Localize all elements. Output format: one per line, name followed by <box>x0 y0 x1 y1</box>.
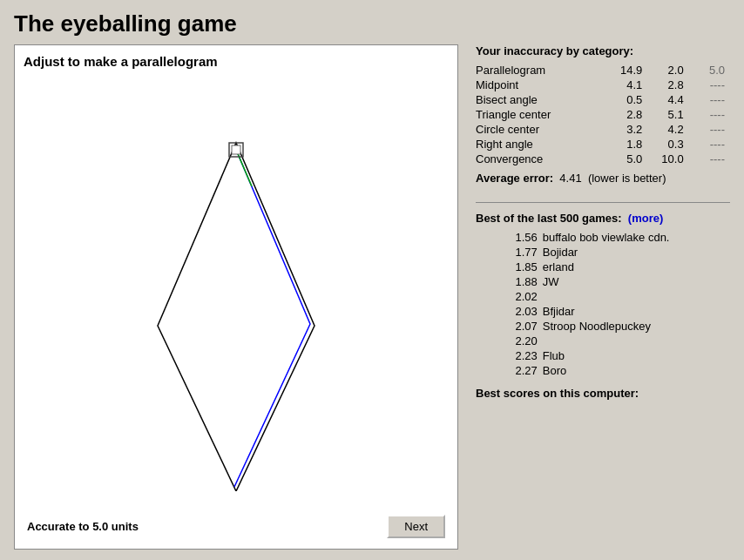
lb-name <box>543 334 730 348</box>
instruction-text: Adjust to make a parallelogram <box>24 54 218 69</box>
stat-v1: 14.9 <box>602 63 648 78</box>
leaderboard-row: 2.02 <box>493 289 730 304</box>
lb-score: 1.88 <box>493 274 543 289</box>
stat-v2: 5.1 <box>647 107 688 122</box>
stat-category: Parallelogram <box>476 63 602 78</box>
stats-row: Right angle 1.8 0.3 ---- <box>476 137 730 152</box>
right-panel: Your inaccuracy by category: Parallelogr… <box>476 44 730 550</box>
stat-category: Triangle center <box>476 107 602 122</box>
stat-category: Circle center <box>476 122 602 137</box>
stat-v1: 5.0 <box>602 152 648 166</box>
stat-v1: 2.8 <box>602 107 648 122</box>
lb-name: Stroop Noodlepuckey <box>543 319 730 334</box>
lb-score: 2.20 <box>493 334 543 348</box>
stat-v3: ---- <box>689 152 730 166</box>
more-link[interactable]: (more) <box>628 212 663 225</box>
leaderboard-row: 1.88 JW <box>493 274 730 289</box>
stat-v2: 4.4 <box>647 92 688 107</box>
lb-score: 1.77 <box>493 245 543 260</box>
lb-name: JW <box>543 274 730 289</box>
game-panel: Adjust to make a parallelogram Accurate … <box>14 44 458 550</box>
lb-score: 2.02 <box>493 289 543 304</box>
divider <box>476 202 730 203</box>
svg-line-1 <box>236 150 252 186</box>
stat-v3: 5.0 <box>689 63 730 78</box>
avg-error: Average error: 4.41 (lower is better) <box>476 172 730 185</box>
leaderboard-row: 2.07 Stroop Noodlepuckey <box>493 319 730 334</box>
stats-section: Your inaccuracy by category: Parallelogr… <box>476 44 730 185</box>
stat-v1: 3.2 <box>602 122 648 137</box>
accuracy-label: Accurate to 5.0 units <box>27 520 139 533</box>
leaderboard-row: 2.03 Bfjidar <box>493 304 730 319</box>
stat-v1: 1.8 <box>602 137 648 152</box>
lb-name: Bfjidar <box>543 304 730 319</box>
lb-score: 2.07 <box>493 319 543 334</box>
stat-v2: 4.2 <box>647 122 688 137</box>
stats-row: Triangle center 2.8 5.1 ---- <box>476 107 730 122</box>
lb-name: Flub <box>543 348 730 363</box>
leaderboard-row: 2.27 Boro <box>493 363 730 378</box>
lb-score: 1.85 <box>493 260 543 274</box>
avg-note: (lower is better) <box>588 172 666 185</box>
leaderboard-title-text: Best of the last 500 games: <box>476 212 622 225</box>
svg-rect-3 <box>232 145 240 154</box>
page-title: The eyeballing game <box>0 0 744 44</box>
leaderboard-row: 1.85 erland <box>493 260 730 274</box>
stat-v3: ---- <box>689 137 730 152</box>
best-scores-title: Best scores on this computer: <box>476 387 730 400</box>
stat-v2: 2.0 <box>647 63 688 78</box>
bottom-bar: Accurate to 5.0 units Next <box>24 509 449 540</box>
leaderboard-row: 2.20 <box>493 334 730 348</box>
stat-category: Right angle <box>476 137 602 152</box>
lb-score: 2.23 <box>493 348 543 363</box>
stat-v1: 4.1 <box>602 78 648 92</box>
leaderboard-title: Best of the last 500 games: (more) <box>476 212 730 225</box>
avg-label: Average error: <box>476 172 553 185</box>
leaderboard-row: 2.23 Flub <box>493 348 730 363</box>
svg-marker-0 <box>158 143 315 491</box>
leaderboard-row: 1.56 buffalo bob viewlake cdn. <box>493 230 730 245</box>
lb-score: 1.56 <box>493 230 543 245</box>
stat-v3: ---- <box>689 92 730 107</box>
avg-value: 4.41 <box>559 172 581 185</box>
stats-row: Circle center 3.2 4.2 ---- <box>476 122 730 137</box>
leaderboard-table: 1.56 buffalo bob viewlake cdn. 1.77 Boji… <box>493 230 730 378</box>
stat-v2: 2.8 <box>647 78 688 92</box>
stats-table: Parallelogram 14.9 2.0 5.0 Midpoint 4.1 … <box>476 63 730 166</box>
stat-v2: 10.0 <box>647 152 688 166</box>
stat-v2: 0.3 <box>647 137 688 152</box>
lb-score: 2.03 <box>493 304 543 319</box>
stat-category: Convergence <box>476 152 602 166</box>
lb-name: buffalo bob viewlake cdn. <box>543 230 730 245</box>
lb-name: Bojidar <box>543 245 730 260</box>
stat-category: Midpoint <box>476 78 602 92</box>
lb-name: erland <box>543 260 730 274</box>
stat-category: Bisect angle <box>476 92 602 107</box>
lb-score: 2.27 <box>493 363 543 378</box>
stats-row: Convergence 5.0 10.0 ---- <box>476 152 730 166</box>
lb-name: Boro <box>543 363 730 378</box>
stat-v1: 0.5 <box>602 92 648 107</box>
stats-row: Parallelogram 14.9 2.0 5.0 <box>476 63 730 78</box>
leaderboard-row: 1.77 Bojidar <box>493 245 730 260</box>
lb-name <box>543 289 730 304</box>
stats-row: Midpoint 4.1 2.8 ---- <box>476 78 730 92</box>
game-canvas-area[interactable] <box>24 72 449 509</box>
stats-title: Your inaccuracy by category: <box>476 44 730 57</box>
stat-v3: ---- <box>689 122 730 137</box>
stats-row: Bisect angle 0.5 4.4 ---- <box>476 92 730 107</box>
stat-v3: ---- <box>689 107 730 122</box>
game-svg[interactable] <box>36 91 436 491</box>
next-button[interactable]: Next <box>387 515 445 538</box>
stat-v3: ---- <box>689 78 730 92</box>
